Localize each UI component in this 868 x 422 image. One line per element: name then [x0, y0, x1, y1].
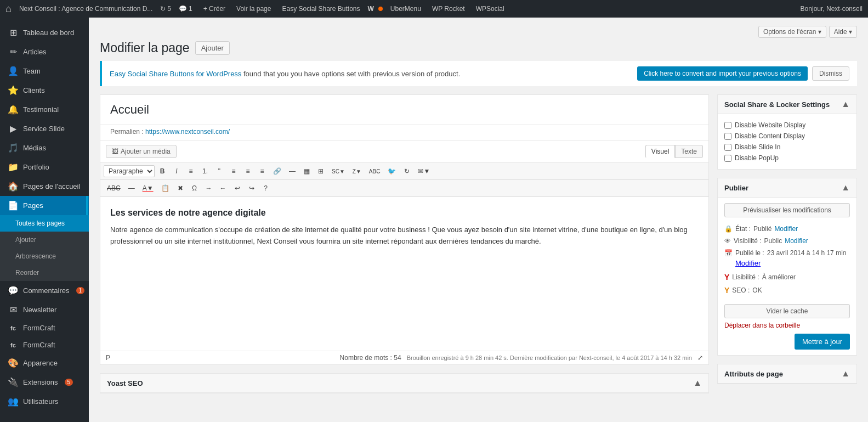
corbeille-link[interactable]: Déplacer dans la corbeille: [724, 322, 850, 329]
align-right-button[interactable]: ≡: [256, 165, 269, 177]
table-button[interactable]: ▦: [300, 165, 313, 177]
add-button[interactable]: Ajouter: [195, 41, 230, 55]
sidebar-item-commentaires[interactable]: 💬 Commentaires 1: [0, 281, 89, 300]
wpsocial-item[interactable]: WPSocial: [473, 5, 508, 13]
align-center-button[interactable]: ≡: [241, 165, 254, 177]
align-left-button[interactable]: ≡: [227, 165, 240, 177]
email-button[interactable]: ✉▼: [415, 165, 433, 177]
yoast-title: Yoast SEO: [107, 379, 143, 387]
paragraph-select[interactable]: Paragraphe: [104, 165, 155, 177]
paste-button[interactable]: 📋: [158, 182, 173, 194]
omega-button[interactable]: Ω: [188, 182, 201, 194]
convert-button[interactable]: Click here to convert and import your pr…: [637, 66, 808, 81]
wprocket-item[interactable]: WP Rocket: [429, 5, 468, 13]
bold-button[interactable]: B: [156, 165, 169, 177]
editor-body[interactable]: Les services de notre agence digitale No…: [100, 197, 708, 351]
add-media-button[interactable]: 🖼 Ajouter un média: [106, 145, 177, 158]
italic-button[interactable]: I: [170, 165, 183, 177]
sidebar-subitem-arborescence[interactable]: Arborescence: [0, 248, 89, 265]
sidebar-item-testimonial[interactable]: 🔔 Testimonial: [0, 100, 89, 119]
sidebar-item-medias[interactable]: 🎵 Médias: [0, 138, 89, 157]
strikethrough-button[interactable]: ABC: [104, 182, 124, 194]
vider-cache-button[interactable]: Vider le cache: [724, 304, 850, 318]
disable-popup-checkbox[interactable]: [724, 155, 731, 162]
help-button[interactable]: ?: [259, 182, 273, 194]
sidebar-item-formcraft1[interactable]: fc FormCraft: [0, 319, 89, 336]
disable-content-checkbox[interactable]: [724, 133, 731, 140]
disable-website-label: Disable Website Display: [735, 121, 805, 129]
twitter-button[interactable]: 🐦: [384, 165, 399, 177]
clear-button[interactable]: ✖: [174, 182, 187, 194]
sidebar-item-newsletter[interactable]: ✉ Newsletter: [0, 300, 89, 319]
sidebar-item-portfolio[interactable]: 📁 Portfolio: [0, 157, 89, 177]
options-ecran-button[interactable]: Options de l'écran ▾: [758, 26, 826, 38]
text-tab[interactable]: Texte: [675, 145, 703, 158]
wp-button[interactable]: Z▼: [349, 166, 365, 177]
updates-item[interactable]: ↻ 5: [160, 5, 171, 13]
dismiss-button[interactable]: Dismiss: [812, 66, 849, 81]
seo-label: SEO :: [732, 286, 750, 294]
hr-button[interactable]: —: [125, 182, 138, 194]
disable-slide-checkbox[interactable]: [724, 144, 731, 151]
publish-panel-header[interactable]: Publier ▲: [718, 178, 856, 198]
grid-button[interactable]: ⊞: [314, 165, 327, 177]
publish-lisibilite-row: Y Lisibilité : À améliorer: [724, 271, 850, 284]
easy-social-plugin-item[interactable]: Easy Social Share Buttons: [279, 5, 363, 13]
sidebar-item-team[interactable]: 👤 Team: [0, 61, 89, 81]
sidebar-item-articles[interactable]: ✏ Articles: [0, 42, 89, 61]
sidebar-item-service-slide[interactable]: ▶ Service Slide: [0, 119, 89, 138]
notification-link[interactable]: Easy Social Share Buttons for WordPress: [110, 70, 241, 78]
sidebar-item-tableau-de-bord[interactable]: ⊞ Tableau de bord: [0, 23, 89, 42]
publie-modifier-link[interactable]: Modifier: [735, 259, 761, 267]
sidebar-item-utilisateurs[interactable]: 👥 Utilisateurs: [0, 392, 89, 411]
comments-item[interactable]: 💬 1: [175, 5, 196, 13]
yoast-panel-header[interactable]: Yoast SEO ▲: [100, 374, 708, 393]
aide-button[interactable]: Aide ▾: [829, 26, 857, 38]
site-name[interactable]: Next Conseil : Agence de Communication D…: [16, 5, 156, 13]
ubermenu-item[interactable]: UberMenu: [387, 5, 424, 13]
pages-icon: 📄: [8, 200, 19, 211]
rotate-button[interactable]: ↻: [400, 165, 413, 177]
expand-editor-button[interactable]: ⤢: [697, 354, 703, 362]
commentaires-icon: 💬: [8, 285, 19, 296]
visual-tab[interactable]: Visuel: [645, 145, 675, 158]
redo-button[interactable]: ↪: [245, 182, 258, 194]
link-button[interactable]: 🔗: [270, 165, 285, 177]
editor-container: Permalien : https://www.nextconseil.com/…: [100, 94, 709, 365]
sidebar-label: Portfolio: [23, 163, 49, 171]
attributs-panel-header[interactable]: Attributs de page ▲: [718, 364, 856, 384]
create-item[interactable]: + Créer: [200, 5, 229, 13]
color-button[interactable]: A▼: [139, 182, 157, 194]
media-icon: 🖼: [112, 148, 118, 155]
social-settings-header[interactable]: Social Share & Locker Settings ▲: [718, 95, 856, 114]
sidebar-subitem-reorder[interactable]: Reorder: [0, 265, 89, 281]
media-label: Ajouter un média: [121, 148, 171, 155]
sidebar-item-extensions[interactable]: 🔌 Extensions 5: [0, 373, 89, 392]
preview-button[interactable]: Prévisualiser les modifications: [724, 203, 850, 217]
sidebar-item-pages-accueil[interactable]: 🏠 Pages de l'accueil: [0, 177, 89, 196]
ul-button[interactable]: ≡: [184, 165, 197, 177]
visibilite-modifier-link[interactable]: Modifier: [785, 237, 808, 245]
blockquote-button[interactable]: ": [213, 165, 226, 177]
permalink-link[interactable]: https://www.nextconseil.com/: [145, 128, 230, 136]
more-button[interactable]: —: [286, 165, 299, 177]
sidebar-item-apparence[interactable]: 🎨 Apparence: [0, 353, 89, 373]
etat-modifier-link[interactable]: Modifier: [774, 225, 798, 233]
undo-button[interactable]: ↩: [231, 182, 244, 194]
disable-website-checkbox[interactable]: [724, 122, 731, 129]
outdent-button[interactable]: ←: [217, 182, 230, 194]
shortcode-button[interactable]: SC▼: [328, 166, 348, 177]
sidebar-item-pages[interactable]: 📄 Pages: [0, 196, 89, 215]
sidebar-subitem-ajouter[interactable]: Ajouter: [0, 232, 89, 248]
sidebar-item-clients[interactable]: ⭐ Clients: [0, 81, 89, 100]
ol-button[interactable]: 1.: [198, 165, 212, 177]
page-title-input[interactable]: [100, 95, 708, 125]
sidebar-subitem-toutes-pages[interactable]: Toutes les pages: [0, 215, 89, 232]
view-page-item[interactable]: Voir la page: [233, 5, 274, 13]
sidebar-label: Tableau de bord: [23, 29, 74, 37]
sidebar-item-formcraft2[interactable]: fc FormCraft: [0, 336, 89, 353]
spellcheck-button[interactable]: ABC: [366, 166, 384, 177]
mettre-a-jour-button[interactable]: Mettre à jour: [795, 334, 850, 350]
wp-logo-icon[interactable]: ⌂: [5, 3, 12, 15]
indent-button[interactable]: →: [202, 182, 215, 194]
